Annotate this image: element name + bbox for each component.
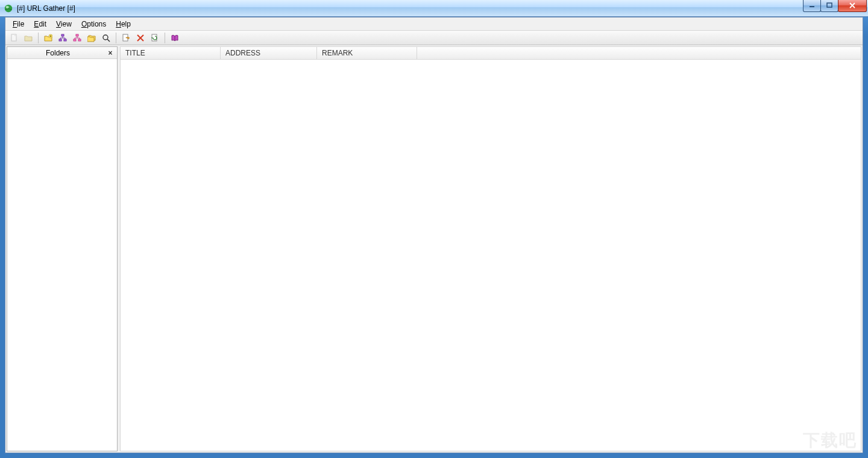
svg-rect-10 (74, 39, 76, 41)
toolbar-separator (38, 33, 39, 43)
maximize-button[interactable] (820, 0, 838, 12)
svg-rect-9 (76, 34, 78, 36)
svg-rect-3 (827, 3, 832, 7)
column-header-empty[interactable] (417, 47, 861, 59)
folders-panel-header: Folders × (7, 47, 117, 59)
svg-rect-6 (61, 34, 64, 36)
folders-panel: Folders × (7, 46, 118, 451)
svg-rect-11 (78, 39, 81, 41)
url-list-panel: TITLE ADDRESS REMARK (120, 46, 861, 451)
svg-rect-8 (64, 39, 66, 41)
window-controls (804, 0, 867, 12)
client-area: File Edit View Options Help (5, 17, 863, 453)
toolbar-separator (165, 33, 165, 43)
folder-plain-icon[interactable] (22, 31, 35, 45)
menu-file[interactable]: File (8, 19, 29, 30)
tree-violet-icon[interactable] (56, 31, 69, 45)
multi-folder-icon[interactable] (85, 31, 98, 45)
new-file-icon[interactable] (7, 31, 20, 45)
workspace: Folders × TITLE ADDRESS REMARK (5, 45, 863, 453)
book-icon[interactable] (168, 31, 181, 45)
menubar: File Edit View Options Help (5, 17, 863, 31)
search-icon[interactable] (99, 31, 113, 45)
titlebar[interactable]: [#] URL Gather [#] (0, 0, 868, 17)
svg-point-1 (6, 5, 9, 8)
svg-rect-2 (810, 6, 814, 7)
app-icon (4, 4, 13, 13)
svg-point-12 (103, 35, 108, 40)
menu-view[interactable]: View (51, 19, 77, 30)
minimize-button[interactable] (803, 0, 821, 12)
close-button[interactable] (838, 0, 867, 12)
page-refresh-icon[interactable] (148, 31, 162, 45)
window-title: [#] URL Gather [#] (17, 4, 75, 13)
toolbar-separator (116, 33, 116, 43)
folders-panel-title: Folders (10, 49, 106, 57)
column-headers: TITLE ADDRESS REMARK (121, 47, 861, 60)
svg-rect-4 (11, 34, 16, 41)
folders-panel-close-icon[interactable]: × (106, 49, 115, 57)
column-header-address[interactable]: ADDRESS (221, 47, 317, 59)
export-doc-icon[interactable] (119, 31, 133, 45)
menu-edit[interactable]: Edit (29, 19, 51, 30)
toolbar (5, 31, 863, 45)
url-list-body[interactable] (121, 60, 861, 451)
menu-help[interactable]: Help (111, 19, 136, 30)
folders-tree[interactable] (7, 59, 117, 451)
column-header-remark[interactable]: REMARK (317, 47, 417, 59)
new-folder-icon[interactable] (42, 31, 55, 45)
svg-rect-7 (59, 39, 61, 41)
app-window: [#] URL Gather [#] File Edit View Option… (0, 0, 868, 458)
tree-pink-icon[interactable] (71, 31, 84, 45)
column-header-title[interactable]: TITLE (121, 47, 221, 59)
delete-icon[interactable] (134, 31, 147, 45)
menu-options[interactable]: Options (77, 19, 111, 30)
